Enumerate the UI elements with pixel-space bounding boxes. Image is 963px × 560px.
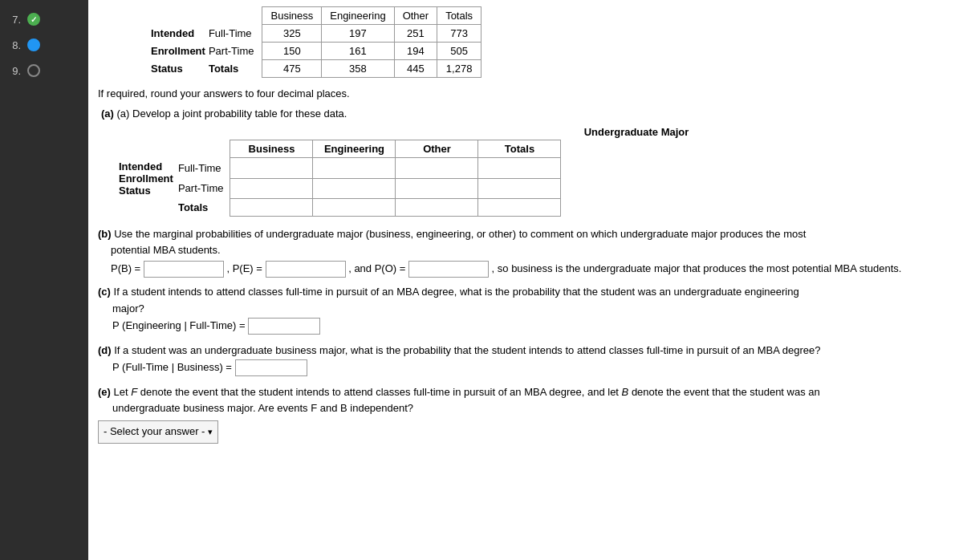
jt-empty-label [114,199,177,217]
empty-cell-1 [143,7,209,25]
part-a-text: (a) Develop a joint probability table fo… [117,108,347,120]
row-label-status: Status [143,60,209,78]
part-e-text1-content: Let F denote the event that the student … [114,386,820,398]
part-b-section: (b) Use the marginal probabilities of un… [98,226,950,278]
cell-0-1: 197 [322,25,394,43]
cell-1-3: 505 [437,43,482,60]
table-row-2: Status Totals 475 358 445 1,278 [143,60,482,78]
pe-label: , P(E) = [226,262,262,274]
table-row-0: Intended Full-Time 325 197 251 773 [143,25,482,43]
jt-cell-tot-t[interactable] [478,199,561,217]
input-tot-other[interactable] [400,201,473,213]
part-e-text2: undergraduate business major. Are events… [112,400,950,417]
row-sublabel-fulltime: Full-Time [209,25,262,43]
jt-empty-2 [177,140,230,158]
jt-intended-label: IntendedEnrollmentStatus [114,158,177,199]
input-pt-totals[interactable] [483,182,555,194]
sidebar-row-9: 9. [0,58,88,83]
row-label-intended: Intended [143,25,209,43]
input-pt-engineering[interactable] [318,182,390,194]
input-ft-other[interactable] [400,162,473,174]
jt-cell-pt-t[interactable] [478,178,561,199]
question-number-7: 7. [6,14,21,26]
part-b-text1: (b) Use the marginal probabilities of un… [98,226,950,242]
part-a-label: (a) [101,108,114,120]
input-ft-engineering[interactable] [318,162,390,174]
left-sidebar: 7. ✓ 8. 9. [0,0,88,560]
status-icon-8 [27,39,40,51]
jt-cell-pt-o[interactable] [396,178,478,199]
status-icon-9 [27,64,40,77]
part-c-text2: major? [112,301,950,318]
jt-empty-1 [114,140,177,158]
part-e-section: (e) Let F denote the event that the stud… [98,384,950,444]
jt-cell-tot-b[interactable] [230,199,313,217]
jt-parttime-label: Part-Time [177,178,230,199]
data-table: Business Engineering Other Totals Intend… [143,6,482,78]
col-header-business: Business [262,7,322,25]
joint-table: Business Engineering Other Totals Intend… [114,140,561,217]
jt-totals-label: Totals [177,199,230,217]
cell-1-1: 161 [322,43,394,60]
part-b-text2: potential MBA students. [111,242,950,258]
part-d-section: (d) If a student was an undergraduate bu… [98,343,950,376]
select-answer-dropdown[interactable]: - Select your answer - ▾ [98,420,218,444]
input-pe[interactable] [266,261,346,278]
input-pt-business[interactable] [235,182,307,194]
status-icon-7: ✓ [27,13,40,26]
input-tot-business[interactable] [235,201,307,213]
part-d-label: (d) [98,344,112,356]
input-tot-totals[interactable] [483,201,555,213]
jt-cell-pt-e[interactable] [313,178,396,199]
chevron-down-icon: ▾ [208,425,213,440]
cell-0-3: 773 [437,25,482,43]
jt-cell-pt-b[interactable] [230,178,313,199]
jt-col-business: Business [230,140,313,158]
input-pt-other[interactable] [400,182,473,194]
part-c-label: (c) [98,286,111,298]
cell-2-0: 475 [262,60,322,78]
jt-cell-ft-o[interactable] [396,158,478,179]
jt-cell-tot-e[interactable] [313,199,396,217]
part-b-inputs-row: P(B) = , P(E) = , and P(O) = , so busine… [111,261,950,278]
jt-row-0: IntendedEnrollmentStatus Full-Time [114,158,561,179]
input-po[interactable] [408,261,489,278]
input-pc-prob[interactable] [248,318,320,335]
table-row-1: Enrollment Part-Time 150 161 194 505 [143,43,482,60]
row-sublabel-parttime: Part-Time [209,43,262,60]
jt-col-engineering: Engineering [313,140,396,158]
row-label-enrollment: Enrollment [143,43,209,60]
input-pd-prob[interactable] [235,359,307,376]
pd-prob-label: P (Full-Time | Business) = [112,361,232,373]
sidebar-row-7: 7. ✓ [0,6,88,32]
jt-cell-tot-o[interactable] [396,199,478,217]
jt-row-2: Totals [114,199,561,217]
part-e-label: (e) [98,386,111,398]
part-a-section: (a) (a) Develop a joint probability tabl… [98,108,950,217]
outer-container: 7. ✓ 8. 9. Business Engineering [0,0,963,560]
joint-table-header-row: Business Engineering Other Totals [114,140,561,158]
part-d-prob-row: P (Full-Time | Business) = [112,359,950,376]
input-tot-engineering[interactable] [318,201,390,213]
col-header-totals: Totals [437,7,482,25]
cell-2-3: 1,278 [437,60,482,78]
jt-cell-ft-t[interactable] [478,158,561,179]
checkmark-7: ✓ [30,15,37,24]
input-ft-totals[interactable] [483,162,555,174]
question-number-8: 8. [6,39,21,51]
instruction-text: If required, round your answers to four … [98,87,950,99]
part-a-title: (a) (a) Develop a joint probability tabl… [101,108,950,120]
cell-1-2: 194 [394,43,437,60]
col-header-engineering: Engineering [322,7,394,25]
col-header-other: Other [394,7,437,25]
jt-cell-ft-b[interactable] [230,158,313,179]
input-ft-business[interactable] [235,162,307,174]
ug-major-header: Undergraduate Major [323,126,950,138]
cell-2-2: 445 [394,60,437,78]
select-answer-label: - Select your answer - [104,424,205,440]
jt-col-totals: Totals [478,140,561,158]
part-d-text: (d) If a student was an undergraduate bu… [98,343,950,359]
pc-prob-label: P (Engineering | Full-Time) = [112,319,246,331]
jt-cell-ft-e[interactable] [313,158,396,179]
input-pb[interactable] [144,261,224,278]
